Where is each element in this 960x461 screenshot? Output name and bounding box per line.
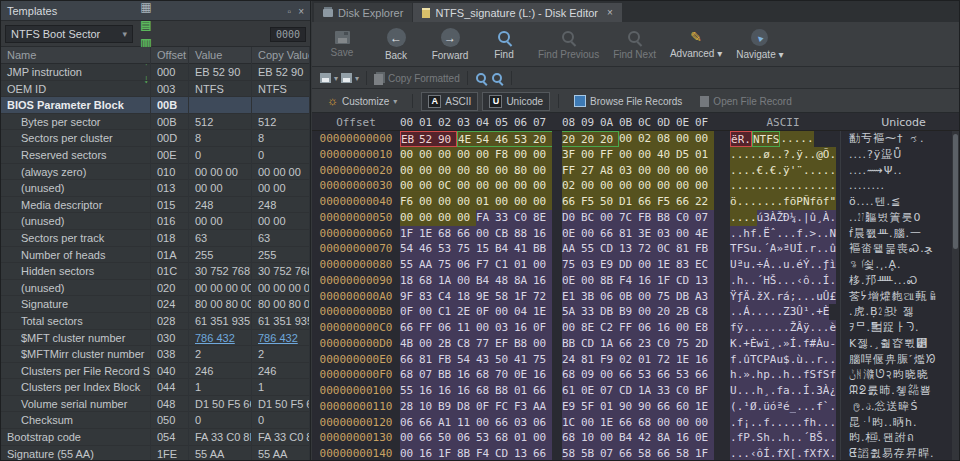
hex-byte[interactable]: 00 xyxy=(400,430,419,446)
hex-byte[interactable]: 00 xyxy=(638,147,657,163)
ascii-char[interactable]: . xyxy=(776,415,783,431)
hex-byte[interactable]: B8 xyxy=(495,383,514,399)
hex-byte[interactable]: E1 xyxy=(562,289,581,305)
hex-byte[interactable]: CD xyxy=(600,241,619,257)
ascii-char[interactable]: . xyxy=(770,178,777,194)
hex-byte[interactable]: 00 xyxy=(457,147,476,163)
template-row[interactable]: Checksum05000 xyxy=(1,412,310,429)
ascii-char[interactable]: . xyxy=(737,226,744,242)
hex-byte[interactable]: 00 xyxy=(581,178,600,194)
ascii-char[interactable]: . xyxy=(810,178,817,194)
template-row[interactable]: (unused)01600 0000 00 xyxy=(1,213,310,230)
hex-byte[interactable]: 55 xyxy=(400,257,419,273)
ascii-char[interactable]: . xyxy=(757,147,764,163)
hex-byte[interactable]: 00 xyxy=(533,257,552,273)
ascii-char[interactable]: . xyxy=(770,147,777,163)
ascii-char[interactable]: f xyxy=(737,415,744,431)
template-row[interactable]: Sectors per cluster00D88 xyxy=(1,130,310,147)
ascii-char[interactable]: . xyxy=(790,415,797,431)
ascii-char[interactable]: H xyxy=(763,273,770,289)
hex-byte[interactable]: B8 xyxy=(657,210,676,226)
hex-byte[interactable]: 1E xyxy=(533,304,552,320)
ascii-char[interactable]: Ä xyxy=(743,289,750,305)
hex-byte[interactable]: 07 xyxy=(419,367,438,383)
ascii-char[interactable]: . xyxy=(776,336,783,352)
ascii-char[interactable]: . xyxy=(790,226,797,242)
unicode-text[interactable]: 莟ᣄ增爟㯡ଆ甀ꏛ xyxy=(840,289,959,305)
hex-byte[interactable]: 00 xyxy=(657,163,676,179)
hex-byte[interactable]: 00 xyxy=(514,147,533,163)
ascii-char[interactable]: . xyxy=(829,147,836,163)
ascii-char[interactable]: È xyxy=(750,336,757,352)
vertical-scrollbar[interactable] xyxy=(952,131,959,461)
toolbar-back-button[interactable]: ←Back xyxy=(370,24,422,65)
ascii-char[interactable]: . xyxy=(743,194,750,210)
ascii-char[interactable]: " xyxy=(829,194,836,210)
ascii-char[interactable]: . xyxy=(776,367,783,383)
hex-byte[interactable]: 88 xyxy=(514,226,533,242)
ascii-char[interactable]: ¹ xyxy=(803,304,810,320)
ascii-char[interactable]: . xyxy=(730,210,737,226)
hex-byte[interactable]: 68 xyxy=(400,367,419,383)
hex-byte[interactable]: 00 xyxy=(676,178,695,194)
ascii-char[interactable]: . xyxy=(810,352,817,368)
hex-byte[interactable]: 55 xyxy=(400,383,419,399)
hex-byte[interactable]: 02 xyxy=(619,352,638,368)
ascii-char[interactable]: ¿ xyxy=(829,383,836,399)
ascii-char[interactable]: . xyxy=(796,178,803,194)
ascii-char[interactable]: . xyxy=(796,446,803,461)
ascii-char[interactable]: A xyxy=(770,352,777,368)
ascii-char[interactable]: ` xyxy=(823,399,830,415)
hex-byte[interactable]: 00 xyxy=(581,147,600,163)
ascii-char[interactable]: . xyxy=(796,336,803,352)
ascii-char[interactable]: . xyxy=(743,320,750,336)
ascii-char[interactable]: . xyxy=(810,383,817,399)
hex-byte[interactable]: FF xyxy=(619,320,638,336)
ascii-char[interactable]: . xyxy=(763,320,770,336)
hex-byte[interactable]: 58 xyxy=(495,289,514,305)
hex-byte[interactable]: 1A xyxy=(638,383,657,399)
ascii-char[interactable]: û xyxy=(810,210,817,226)
hex-byte[interactable]: 60 xyxy=(676,399,695,415)
ascii-char[interactable]: ú xyxy=(757,210,764,226)
hex-byte[interactable]: 00 xyxy=(533,194,552,210)
hex-byte[interactable]: 3B xyxy=(581,289,600,305)
hex-byte[interactable]: 20 xyxy=(562,131,581,147)
ascii-char[interactable]: . xyxy=(757,194,764,210)
hex-byte[interactable]: 13 xyxy=(695,273,714,289)
hex-byte[interactable]: 00 xyxy=(695,415,714,431)
ascii-char[interactable]: . xyxy=(770,289,777,305)
hex-byte[interactable]: 68 xyxy=(495,430,514,446)
hex-byte[interactable]: 03 xyxy=(581,257,600,273)
ascii-char[interactable]: . xyxy=(780,131,787,147)
ascii-char[interactable]: . xyxy=(816,241,823,257)
ascii-char[interactable]: . xyxy=(730,304,737,320)
ascii-char[interactable]: . xyxy=(770,383,777,399)
hex-byte[interactable]: A1 xyxy=(438,415,457,431)
hex-byte[interactable]: 1F xyxy=(695,446,714,461)
ascii-char[interactable]: » xyxy=(743,367,750,383)
hex-byte[interactable]: 66 xyxy=(400,352,419,368)
hex-byte[interactable]: D8 xyxy=(457,399,476,415)
hex-byte[interactable]: 00 xyxy=(400,446,419,461)
ascii-char[interactable]: f xyxy=(737,430,744,446)
hex-byte[interactable]: 01 xyxy=(476,194,495,210)
hex-byte[interactable]: 00 xyxy=(533,430,552,446)
ascii-char[interactable]: . xyxy=(800,131,807,147)
ascii-char[interactable]: . xyxy=(770,194,777,210)
ascii-char[interactable]: ô xyxy=(803,273,810,289)
ascii-char[interactable]: . xyxy=(776,194,783,210)
ascii-char[interactable]: ž xyxy=(757,289,764,305)
hex-byte[interactable]: 00 xyxy=(419,336,438,352)
hex-byte[interactable]: 2B xyxy=(438,336,457,352)
ascii-char[interactable]: » xyxy=(776,241,783,257)
hex-byte[interactable]: 66 xyxy=(562,194,581,210)
save-template-button[interactable]: ▦ xyxy=(136,0,156,16)
unicode-text[interactable]: ｦᄆ.༖踀ￂᘆ. xyxy=(840,320,959,336)
unicode-text[interactable]: 腦哻偃畁脤˹爁ᘞ xyxy=(840,352,959,368)
hex-byte[interactable]: DB xyxy=(600,304,619,320)
ascii-char[interactable]: r xyxy=(816,352,823,368)
hex-byte[interactable]: 16 xyxy=(533,367,552,383)
hex-byte[interactable]: 50 xyxy=(438,430,457,446)
ascii-char[interactable]: . xyxy=(810,147,817,163)
